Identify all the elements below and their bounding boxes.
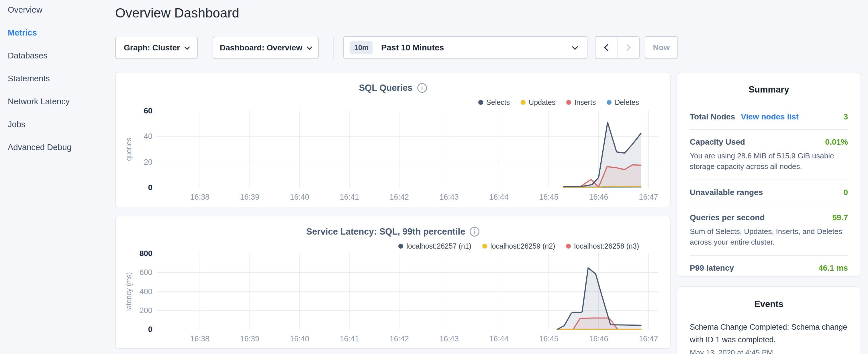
summary-rows: Total NodesView nodes list3Capacity Used… [677, 104, 861, 280]
svg-text:16:47: 16:47 [639, 193, 658, 201]
svg-text:16:44: 16:44 [489, 193, 508, 201]
sidebar-item-jobs[interactable]: Jobs [8, 119, 111, 130]
summary-panel: Summary Total NodesView nodes list3Capac… [677, 72, 861, 277]
summary-row-label: P99 latency [690, 263, 734, 273]
svg-text:16:41: 16:41 [340, 193, 359, 201]
events-list: Schema Change Completed: Schema change w… [677, 321, 861, 354]
chevron-left-icon [604, 44, 611, 51]
sql-queries-chart-card: SQL Queries i SelectsUpdatesInsertsDelet… [115, 72, 671, 207]
summary-row-value: 3 [843, 112, 848, 122]
sidebar-item-network-latency[interactable]: Network Latency [8, 96, 111, 107]
previous-time-button[interactable] [595, 37, 617, 58]
toolbar-divider [333, 37, 334, 59]
svg-text:16:38: 16:38 [190, 193, 210, 201]
summary-row-value: 46.1 ms [818, 263, 848, 273]
summary-row-total-nodes: Total NodesView nodes list3 [690, 104, 848, 129]
svg-text:16:41: 16:41 [340, 334, 359, 343]
sidebar-item-metrics[interactable]: Metrics [8, 28, 111, 38]
svg-text:16:43: 16:43 [439, 334, 459, 343]
svg-text:16:46: 16:46 [589, 334, 608, 343]
svg-text:16:45: 16:45 [539, 193, 558, 201]
svg-text:16:38: 16:38 [190, 334, 210, 343]
view-nodes-list-link[interactable]: View nodes list [741, 112, 799, 122]
svg-text:16:43: 16:43 [439, 193, 459, 201]
summary-row-queries-per-second: Queries per second59.7Sum of Selects, Up… [690, 205, 848, 255]
dashboard-dropdown-label: Dashboard: Overview [220, 43, 302, 53]
sidebar-item-statements[interactable]: Statements [8, 73, 111, 84]
svg-text:16:40: 16:40 [290, 193, 309, 201]
sidebar-item-advanced-debug[interactable]: Advanced Debug [8, 142, 111, 153]
svg-text:60: 60 [144, 106, 152, 115]
graph-dropdown[interactable]: Graph: Cluster [115, 37, 198, 59]
summary-row-value: 0.01% [825, 137, 848, 147]
time-step-buttons [595, 36, 640, 59]
summary-row-label: Queries per second [690, 213, 765, 222]
svg-text:600: 600 [140, 268, 152, 277]
event-text: Schema Change Completed: Schema change w… [690, 321, 848, 346]
svg-text:16:45: 16:45 [539, 334, 558, 343]
svg-text:0: 0 [148, 325, 152, 334]
now-button[interactable]: Now [645, 36, 678, 59]
graph-dropdown-label: Graph: Cluster [124, 43, 180, 53]
summary-row-unavailable-ranges: Unavailable ranges0 [690, 180, 848, 205]
svg-text:0: 0 [148, 184, 152, 192]
svg-text:16:42: 16:42 [390, 334, 409, 343]
summary-row-label: Unavailable ranges [690, 188, 763, 197]
chevron-down-icon [307, 44, 312, 50]
dashboard-dropdown[interactable]: Dashboard: Overview [213, 37, 319, 59]
svg-text:16:46: 16:46 [589, 193, 608, 201]
service-latency-chart-card: Service Latency: SQL, 99th percentile i … [115, 216, 671, 349]
svg-text:16:47: 16:47 [639, 334, 658, 343]
sidebar-item-databases[interactable]: Databases [8, 51, 111, 61]
summary-row-value: 0 [843, 188, 848, 197]
sidebar: OverviewMetricsDatabasesStatementsNetwor… [8, 5, 111, 165]
summary-row-value: 59.7 [833, 213, 848, 222]
svg-text:200: 200 [140, 306, 152, 315]
summary-row-label: Total Nodes [690, 112, 735, 122]
sidebar-item-overview[interactable]: Overview [8, 5, 111, 15]
summary-row-capacity-used: Capacity Used0.01%You are using 28.6 MiB… [690, 129, 848, 180]
summary-row-description: You are using 28.6 MiB of 515.9 GiB usab… [690, 151, 848, 172]
events-title: Events [677, 299, 861, 309]
svg-text:16:44: 16:44 [489, 334, 508, 343]
svg-text:400: 400 [140, 287, 152, 296]
chevron-down-icon [572, 43, 578, 50]
summary-row-label: Capacity Used [690, 137, 745, 147]
svg-text:16:40: 16:40 [290, 334, 309, 343]
svg-text:queries: queries [125, 138, 133, 161]
svg-text:800: 800 [140, 249, 152, 258]
page-title: Overview Dashboard [115, 5, 239, 21]
svg-text:latency (ms): latency (ms) [125, 272, 133, 311]
event-item[interactable]: Schema Change Completed: Schema change w… [690, 321, 848, 354]
service-latency-plot: 020040060080016:3816:3916:4016:4116:4216… [116, 216, 670, 348]
svg-text:40: 40 [144, 132, 152, 141]
next-time-button[interactable] [617, 37, 639, 58]
summary-row-p99-latency: P99 latency46.1 ms [690, 255, 848, 280]
time-range-badge: 10m [350, 41, 373, 54]
time-range-label: Past 10 Minutes [381, 43, 444, 53]
svg-text:16:42: 16:42 [390, 193, 409, 201]
app-root: OverviewMetricsDatabasesStatementsNetwor… [0, 0, 868, 354]
chevron-down-icon [184, 44, 190, 50]
summary-row-description: Sum of Selects, Updates, Inserts, and De… [690, 226, 848, 248]
chevron-right-icon [624, 44, 631, 51]
svg-text:16:39: 16:39 [240, 334, 259, 343]
svg-text:20: 20 [144, 158, 152, 166]
time-range-dropdown[interactable]: 10m Past 10 Minutes [343, 36, 587, 59]
sql-queries-plot: 020406016:3816:3916:4016:4116:4216:4316:… [116, 72, 670, 207]
svg-text:16:39: 16:39 [240, 193, 259, 201]
events-panel: Events Schema Change Completed: Schema c… [677, 286, 861, 354]
event-timestamp: May 13, 2020 at 4:45 PM [690, 348, 848, 354]
summary-title: Summary [677, 85, 861, 95]
